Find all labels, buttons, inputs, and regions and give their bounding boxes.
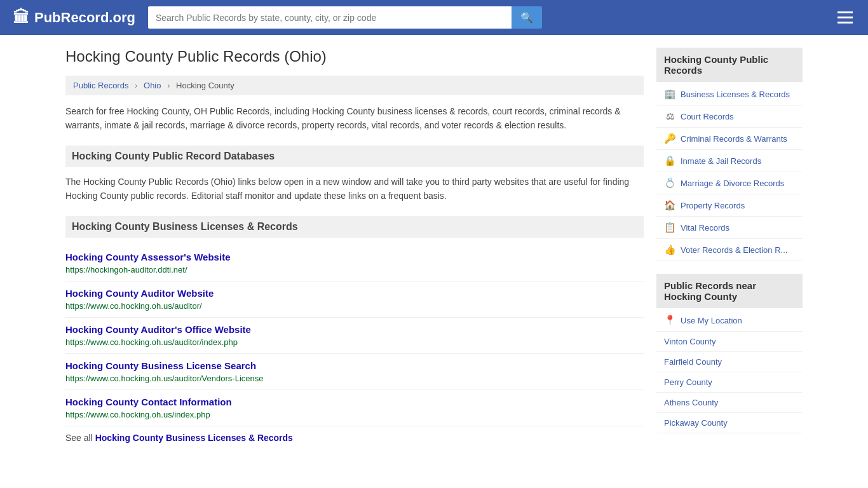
sidebar-item-7[interactable]: 👍 Voter Records & Election R... (656, 239, 803, 261)
breadcrumb-ohio[interactable]: Ohio (144, 81, 161, 90)
record-link-title-2[interactable]: Hocking County Auditor's Office Website (65, 324, 644, 335)
search-input[interactable] (148, 6, 512, 29)
sidebar-item-label-1: Court Records (681, 112, 734, 121)
nearby-counties-container: Vinton CountyFairfield CountyPerry Count… (656, 332, 803, 433)
see-all-line: See all Hocking County Business Licenses… (65, 426, 644, 449)
sidebar-item-icon-4: 💍 (664, 177, 675, 189)
see-all-link[interactable]: Hocking County Business Licenses & Recor… (95, 433, 293, 443)
record-link-url-3[interactable]: https://www.co.hocking.oh.us/auditor/Ven… (65, 374, 263, 383)
sidebar-item-6[interactable]: 📋 Vital Records (656, 217, 803, 239)
sidebar-public-records-title: Hocking County Public Records (656, 48, 803, 82)
hamburger-icon-line2 (837, 17, 853, 18)
search-button[interactable]: 🔍 (512, 6, 542, 29)
sidebar-public-records-section: Hocking County Public Records 🏢 Business… (656, 48, 803, 261)
sidebar-item-3[interactable]: 🔒 Inmate & Jail Records (656, 150, 803, 172)
breadcrumb: Public Records › Ohio › Hocking County (65, 76, 644, 95)
record-link-url-4[interactable]: https://www.co.hocking.oh.us/index.php (65, 410, 210, 419)
breadcrumb-current: Hocking County (176, 81, 234, 90)
search-icon: 🔍 (520, 12, 533, 23)
databases-intro: The Hocking County Public Records (Ohio)… (65, 175, 644, 203)
sidebar-item-icon-6: 📋 (664, 222, 675, 233)
sidebar-item-5[interactable]: 🏠 Property Records (656, 194, 803, 217)
sidebar-item-0[interactable]: 🏢 Business Licenses & Records (656, 83, 803, 105)
intro-text: Search for free Hocking County, OH Publi… (65, 104, 644, 133)
sidebar-item-1[interactable]: ⚖ Court Records (656, 105, 803, 128)
sidebar-item-label-2: Criminal Records & Warrants (681, 134, 787, 144)
logo-text: PubRecord.org (34, 10, 135, 26)
see-all-prefix: See all (65, 433, 95, 443)
sidebar-item-label-3: Inmate & Jail Records (681, 156, 761, 166)
sidebar-item-label-5: Property Records (681, 201, 745, 210)
page-title: Hocking County Public Records (Ohio) (65, 48, 644, 65)
nearby-county-4[interactable]: Pickaway County (656, 413, 803, 433)
hamburger-icon-line1 (837, 11, 853, 13)
nearby-county-1[interactable]: Fairfield County (656, 352, 803, 372)
sidebar-item-label-0: Business Licenses & Records (681, 90, 790, 99)
record-link-url-0[interactable]: https://hockingoh-auditor.ddti.net/ (65, 265, 187, 274)
record-link-item: Hocking County Contact Information https… (65, 390, 644, 426)
record-links-list: Hocking County Assessor's Website https:… (65, 245, 644, 426)
record-link-title-3[interactable]: Hocking County Business License Search (65, 360, 644, 371)
content-area: Hocking County Public Records (Ohio) Pub… (65, 48, 644, 449)
sidebar-item-icon-0: 🏢 (664, 88, 675, 100)
record-link-item: Hocking County Auditor Website https://w… (65, 281, 644, 318)
sidebar-item-icon-2: 🔑 (664, 133, 675, 144)
nearby-county-2[interactable]: Perry County (656, 372, 803, 393)
sidebar-item-label-7: Voter Records & Election R... (681, 245, 787, 255)
hamburger-menu-button[interactable] (835, 9, 855, 26)
record-link-url-1[interactable]: https://www.co.hocking.oh.us/auditor/ (65, 301, 202, 311)
sidebar-item-4[interactable]: 💍 Marriage & Divorce Records (656, 172, 803, 194)
hamburger-icon-line3 (837, 22, 853, 24)
databases-section-header: Hocking County Public Record Databases (65, 146, 644, 167)
sidebar-item-2[interactable]: 🔑 Criminal Records & Warrants (656, 128, 803, 150)
sidebar-items-container: 🏢 Business Licenses & Records ⚖ Court Re… (656, 83, 803, 261)
business-section-header: Hocking County Business Licenses & Recor… (65, 216, 644, 238)
use-location-item[interactable]: 📍 Use My Location (656, 309, 803, 332)
breadcrumb-sep-2: › (167, 81, 170, 90)
sidebar-nearby-section: Public Records near Hocking County 📍 Use… (656, 274, 803, 433)
logo-link[interactable]: 🏛 PubRecord.org (13, 8, 135, 27)
sidebar-item-icon-3: 🔒 (664, 155, 675, 166)
sidebar: Hocking County Public Records 🏢 Business… (656, 48, 803, 449)
main-container: Hocking County Public Records (Ohio) Pub… (53, 35, 815, 462)
record-link-item: Hocking County Business License Search h… (65, 354, 644, 390)
sidebar-item-label-6: Vital Records (681, 223, 729, 233)
sidebar-item-icon-7: 👍 (664, 244, 675, 255)
nearby-county-3[interactable]: Athens County (656, 393, 803, 413)
record-link-item: Hocking County Auditor's Office Website … (65, 318, 644, 354)
search-form: 🔍 (148, 6, 542, 29)
header: 🏛 PubRecord.org 🔍 (0, 0, 868, 35)
logo-icon: 🏛 (13, 8, 29, 27)
record-link-title-0[interactable]: Hocking County Assessor's Website (65, 252, 644, 262)
record-link-url-2[interactable]: https://www.co.hocking.oh.us/auditor/ind… (65, 337, 238, 347)
record-link-title-4[interactable]: Hocking County Contact Information (65, 396, 644, 407)
sidebar-nearby-title: Public Records near Hocking County (656, 274, 803, 308)
use-location-label: Use My Location (681, 316, 742, 325)
sidebar-item-icon-5: 🏠 (664, 200, 675, 211)
breadcrumb-sep-1: › (135, 81, 137, 90)
record-link-item: Hocking County Assessor's Website https:… (65, 245, 644, 281)
sidebar-item-label-4: Marriage & Divorce Records (681, 179, 784, 188)
record-link-title-1[interactable]: Hocking County Auditor Website (65, 288, 644, 299)
location-icon: 📍 (664, 315, 675, 326)
sidebar-item-icon-1: ⚖ (664, 111, 675, 122)
nearby-county-0[interactable]: Vinton County (656, 332, 803, 352)
breadcrumb-public-records[interactable]: Public Records (73, 81, 128, 90)
